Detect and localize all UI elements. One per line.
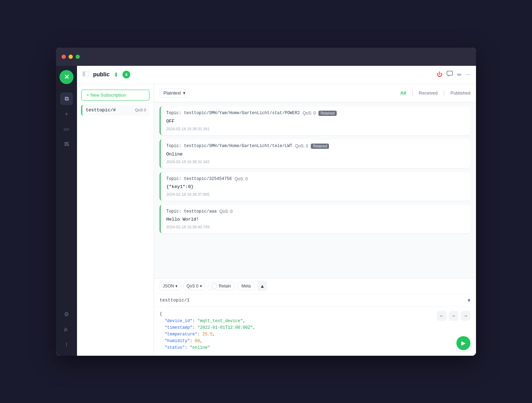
json-line-3: "temperature": 25.5, xyxy=(160,331,470,338)
feed-icon xyxy=(64,326,69,333)
retain-button[interactable]: Retain xyxy=(208,282,235,290)
more-options-icon[interactable]: ··· xyxy=(466,71,470,78)
sidebar-icon-logs[interactable] xyxy=(60,139,73,151)
chevron-up-icon: ▲ xyxy=(260,283,265,289)
sidebar-icon-alert[interactable]: ! xyxy=(60,339,73,352)
compose-body: ← − → { "device_id": "mqtt_test_device",… xyxy=(154,307,476,355)
message-body: {"key1":0} xyxy=(166,184,465,189)
send-icon: ▶ xyxy=(461,340,465,346)
message-body: OFF xyxy=(166,119,465,124)
json-opening-brace: { xyxy=(160,311,470,318)
chevron-down-icon: ▾ xyxy=(183,90,186,96)
edit-icon[interactable]: ✏ xyxy=(457,71,462,78)
power-icon[interactable]: ⏻ xyxy=(437,71,442,78)
json-line-4: "humidity": 60, xyxy=(160,338,470,345)
chevron-down-icon: ▾ xyxy=(175,284,177,289)
messages-panel: Plaintext ▾ All | Received | Published xyxy=(154,84,476,356)
filter-tab-published[interactable]: Published xyxy=(450,90,470,96)
subscriptions-panel: + New Subscription testtopic/# QoS 0 xyxy=(77,84,154,356)
compose-format-select[interactable]: JSON ▾ xyxy=(160,282,181,290)
message-qos: QoS: 0 xyxy=(295,144,308,148)
app-logo: ✕ xyxy=(59,70,74,84)
message-qos: QoS: 0 xyxy=(234,176,247,181)
filter-tabs: All | Received | Published xyxy=(400,90,470,96)
filter-tab-all[interactable]: All xyxy=(400,90,406,96)
message-topic: Topic: testtopic/SMH/Yam/Home/GartenLich… xyxy=(166,144,292,148)
compose-qos-label: QoS 0 xyxy=(187,284,198,289)
message-topic: Topic: testtopic/325454756 xyxy=(166,176,232,181)
message-timestamp: 2024-02-18 16:38:31:342 xyxy=(166,160,465,164)
svg-rect-0 xyxy=(64,142,69,143)
send-button[interactable]: ▶ xyxy=(456,336,470,350)
sidebar: ✕ ⧉ + </> xyxy=(56,66,77,356)
compose-minus-button[interactable]: − xyxy=(449,311,458,321)
svg-rect-5 xyxy=(83,71,85,76)
messages-list: Topic: testtopic/SMH/Yam/Home/GartenLich… xyxy=(154,102,476,278)
svg-point-4 xyxy=(64,330,65,331)
code-icon: </> xyxy=(63,127,69,132)
message-card: Topic: testtopic/SMH/Yam/Home/GartenLich… xyxy=(160,106,470,135)
body-layout: + New Subscription testtopic/# QoS 0 Pla… xyxy=(77,84,476,356)
copy-icon: ⧉ xyxy=(65,96,69,102)
filter-tab-received[interactable]: Received xyxy=(419,90,438,96)
svg-rect-7 xyxy=(447,71,453,75)
alert-icon: ! xyxy=(66,342,67,348)
maximize-button[interactable] xyxy=(76,55,80,59)
message-timestamp: 2024-02-18 16:38:31:341 xyxy=(166,127,465,131)
message-qos: QoS: 0 xyxy=(303,111,316,116)
message-body: Online xyxy=(166,152,465,157)
compose-actions: ← − → xyxy=(437,311,470,321)
format-label: Plaintext xyxy=(163,90,181,96)
compose-expand-button[interactable]: ▲ xyxy=(257,281,267,291)
subscription-topic: testtopic/# xyxy=(86,107,116,113)
compose-toolbar: JSON ▾ QoS 0 ▾ Retain Meta xyxy=(154,278,476,294)
sidebar-icon-code[interactable]: </> xyxy=(60,123,73,136)
sidebar-icon-settings[interactable]: ⚙ xyxy=(60,308,73,321)
format-select[interactable]: Plaintext ▾ xyxy=(160,88,189,98)
subscription-qos: QoS 0 xyxy=(135,108,146,112)
retain-checkbox[interactable] xyxy=(212,284,217,289)
sidebar-icon-add[interactable]: + xyxy=(60,108,73,120)
message-header: Topic: testtopic/aaa QoS: 0 xyxy=(166,209,465,214)
compose-collapse-button[interactable]: ▾ xyxy=(468,297,470,304)
compose-forward-button[interactable]: → xyxy=(461,311,470,321)
breadcrumb-arrow-icon: ⬇ xyxy=(114,71,118,78)
json-line-2: "timestamp": "2022-01-01T12:00:00Z", xyxy=(160,325,470,331)
message-card: Topic: testtopic/325454756 QoS: 0 {"key1… xyxy=(160,172,470,201)
title-bar xyxy=(56,48,476,66)
retained-badge: Retained xyxy=(318,111,337,116)
meta-button[interactable]: Meta xyxy=(238,282,255,290)
retain-label: Retain xyxy=(219,284,231,289)
new-subscription-button[interactable]: + New Subscription xyxy=(81,90,149,100)
sidebar-icon-copy[interactable]: ⧉ xyxy=(60,92,73,105)
compose-back-button[interactable]: ← xyxy=(437,311,447,321)
retained-badge: Retained xyxy=(311,144,329,149)
add-icon: + xyxy=(65,111,68,117)
compose-topic-row: ▾ xyxy=(154,294,476,307)
top-bar: public ⬇ 8 ⏻ ✏ ··· xyxy=(77,66,476,84)
message-qos: QoS: 0 xyxy=(219,209,232,214)
message-body: Hello World! xyxy=(166,217,465,222)
subscription-item[interactable]: testtopic/# QoS 0 xyxy=(81,105,149,116)
message-card: Topic: testtopic/aaa QoS: 0 Hello World!… xyxy=(160,205,470,233)
compose-qos-select[interactable]: QoS 0 ▾ xyxy=(183,282,205,290)
message-card: Topic: testtopic/SMH/Yam/Home/GartenLich… xyxy=(160,139,470,168)
chat-icon[interactable] xyxy=(447,71,453,78)
sidebar-icon-feed[interactable] xyxy=(60,324,73,336)
json-line-1: "device_id": "mqtt_test_device", xyxy=(160,318,470,325)
message-topic: Topic: testtopic/SMH/Yam/Home/GartenLich… xyxy=(166,111,300,116)
svg-point-3 xyxy=(68,145,69,146)
compose-area: JSON ▾ QoS 0 ▾ Retain Meta xyxy=(154,278,476,355)
compose-topic-input[interactable] xyxy=(160,298,468,303)
svg-rect-2 xyxy=(64,145,67,146)
compose-json-content[interactable]: { "device_id": "mqtt_test_device", "time… xyxy=(160,311,470,351)
content-area: public ⬇ 8 ⏻ ✏ ··· xyxy=(77,66,476,356)
minimize-button[interactable] xyxy=(69,55,73,59)
message-timestamp: 2024-02-18 16:38:37:805 xyxy=(166,192,465,196)
logs-icon xyxy=(64,141,69,148)
chevron-down-icon: ▾ xyxy=(200,284,202,289)
message-filters: Plaintext ▾ All | Received | Published xyxy=(154,84,476,102)
message-timestamp: 2024-02-18 16:38:40:749 xyxy=(166,225,465,229)
close-button[interactable] xyxy=(62,55,66,59)
sidebar-toggle-icon[interactable] xyxy=(83,71,89,78)
